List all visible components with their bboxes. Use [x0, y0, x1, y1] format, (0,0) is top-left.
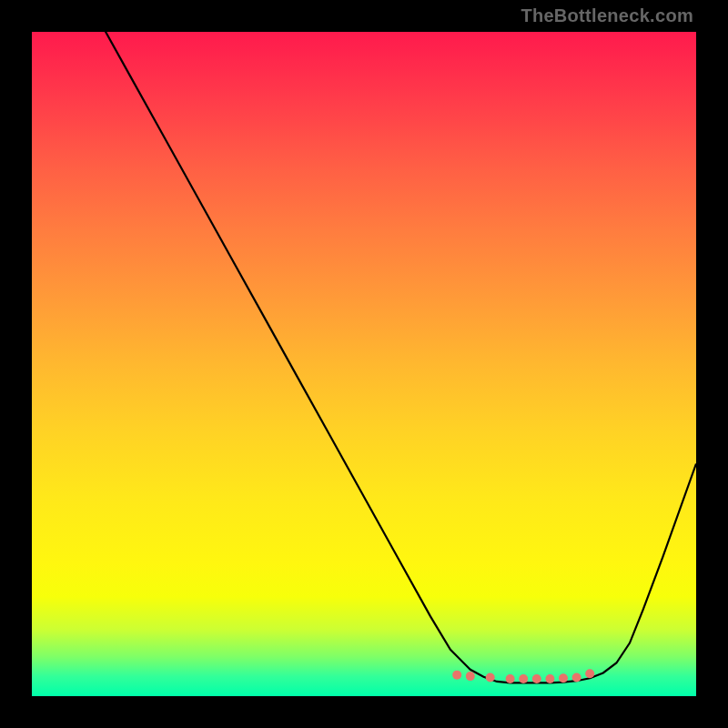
- chart-container: TheBottleneck.com: [0, 0, 728, 728]
- marker-dot: [486, 673, 495, 682]
- marker-dot: [532, 674, 541, 683]
- marker-dot: [545, 674, 554, 683]
- marker-dot: [585, 669, 594, 678]
- marker-dot: [452, 671, 461, 680]
- bottleneck-curve: [66, 32, 697, 682]
- marker-dot: [559, 673, 568, 682]
- curve-group: [66, 32, 697, 682]
- plot-area: [32, 32, 696, 696]
- bottleneck-curve-svg: [32, 32, 696, 696]
- marker-dot: [466, 672, 475, 681]
- marker-dot: [519, 674, 528, 683]
- watermark-text: TheBottleneck.com: [521, 5, 693, 26]
- marker-dot: [506, 674, 515, 683]
- marker-dot: [572, 673, 581, 682]
